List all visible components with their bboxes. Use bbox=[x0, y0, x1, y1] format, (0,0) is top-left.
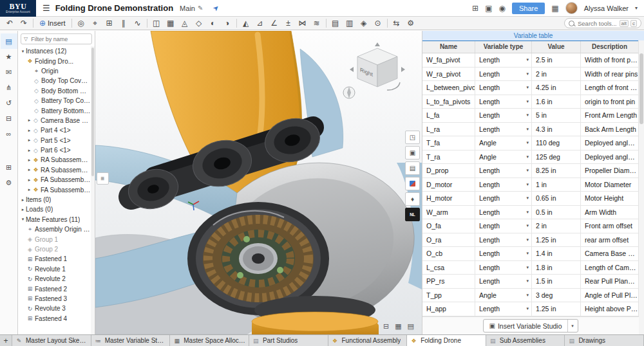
apps-grid-icon[interactable]: ▦ bbox=[551, 4, 558, 13]
chevron-icon[interactable]: ▸ bbox=[26, 128, 32, 133]
appearance-icon[interactable]: ◭ bbox=[239, 17, 253, 30]
variable-name-cell[interactable]: L_fa bbox=[422, 109, 475, 122]
tree-item[interactable]: ▾ Mate Features (11) bbox=[18, 215, 95, 224]
variable-value-cell[interactable]: 1.25 in bbox=[532, 302, 581, 316]
chevron-icon[interactable]: ▸ bbox=[20, 207, 26, 212]
insert-button[interactable]: ⊕ Insert bbox=[35, 18, 70, 29]
tree-item[interactable]: ▸ ❖ FA Subassembly <1> bbox=[18, 175, 95, 185]
variable-type-select[interactable]: Length ▾ bbox=[475, 261, 532, 275]
tab-folding-drone[interactable]: ❖ Folding Drone bbox=[407, 335, 486, 346]
variable-type-select[interactable]: Angle ▾ bbox=[475, 136, 532, 150]
display-states-icon[interactable]: ◑ bbox=[220, 17, 234, 30]
variable-desc-cell[interactable]: Deployed angle back bbox=[581, 150, 639, 164]
joint-icon[interactable]: ⊙ bbox=[371, 17, 385, 30]
tree-item[interactable]: ◇ Body Top Cover <1> bbox=[18, 76, 95, 86]
drawing-icon[interactable]: ▥ bbox=[343, 17, 357, 30]
simulation-icon[interactable]: ≋ bbox=[310, 17, 324, 30]
variable-desc-cell[interactable]: Motor Height bbox=[581, 192, 639, 205]
chevron-icon[interactable]: ▸ bbox=[26, 187, 32, 192]
sheet-icon[interactable]: ▤ bbox=[405, 161, 420, 175]
variable-type-select[interactable]: Length ▾ bbox=[475, 302, 532, 316]
add-tab-button[interactable]: + bbox=[0, 335, 12, 346]
variable-value-cell[interactable]: 125 deg bbox=[532, 150, 581, 164]
compare-icon[interactable]: ⊞ bbox=[472, 4, 478, 13]
tree-item[interactable]: ⌖ Assembly Origin M... bbox=[18, 224, 95, 234]
variable-name-cell[interactable]: H_motor bbox=[422, 192, 475, 205]
chevron-icon[interactable]: ▸ bbox=[26, 167, 32, 172]
tree-item[interactable]: ▸ ❖ RA Subassembly <1> bbox=[18, 155, 95, 165]
variable-name-cell[interactable]: H_app bbox=[422, 302, 475, 316]
chevron-down-icon[interactable]: ▾ bbox=[567, 320, 578, 332]
filter-input[interactable] bbox=[30, 35, 89, 43]
tree-item[interactable]: ↻ Revolute 2 bbox=[18, 274, 95, 284]
appearance-swatch-icon[interactable] bbox=[405, 177, 420, 190]
variable-type-select[interactable]: Angle ▾ bbox=[475, 289, 532, 302]
variable-desc-cell[interactable]: Camera Base offset bbox=[581, 247, 639, 260]
tab-part-studios[interactable]: ▤ Part Studios bbox=[249, 335, 328, 346]
chevron-icon[interactable]: ▸ bbox=[26, 178, 32, 183]
tangent-relation-icon[interactable]: ∿ bbox=[131, 17, 145, 30]
document-panel-icon[interactable]: ▤ bbox=[1, 33, 17, 49]
variable-type-select[interactable]: Length ▾ bbox=[475, 247, 532, 260]
tree-item[interactable]: ⊞ Fastened 2 bbox=[18, 284, 95, 293]
variable-type-select[interactable]: Angle ▾ bbox=[475, 150, 532, 164]
tab-drawings[interactable]: ▤ Drawings bbox=[565, 335, 644, 346]
variable-name-cell[interactable]: T_pp bbox=[422, 289, 475, 302]
variable-value-cell[interactable]: 110 deg bbox=[532, 136, 581, 150]
variable-desc-cell[interactable]: Arm Width bbox=[581, 206, 639, 219]
variable-type-select[interactable]: Length ▾ bbox=[475, 275, 532, 288]
named-views-icon[interactable]: ▣ bbox=[405, 146, 420, 159]
configurations-icon[interactable]: ◈ bbox=[357, 17, 371, 30]
variable-name-cell[interactable]: T_fa bbox=[422, 136, 475, 150]
variable-name-cell[interactable]: L_csa bbox=[422, 261, 475, 275]
chevron-icon[interactable]: ▸ bbox=[26, 138, 32, 143]
nl-badge[interactable]: NL bbox=[405, 208, 420, 221]
variable-name-cell[interactable]: D_motor bbox=[422, 178, 475, 192]
group-icon[interactable]: ⊞ bbox=[102, 17, 117, 30]
undo-icon[interactable]: ↶ bbox=[3, 17, 17, 30]
table-scrollbar[interactable] bbox=[638, 41, 644, 334]
variable-desc-cell[interactable]: Front arm offset bbox=[581, 219, 639, 233]
pattern-icon[interactable]: ◫ bbox=[149, 17, 164, 30]
variable-value-cell[interactable]: 0.5 in bbox=[532, 206, 581, 219]
views-icon[interactable]: ▤ bbox=[408, 322, 414, 331]
variable-value-cell[interactable]: 2 in bbox=[532, 68, 581, 81]
variable-name-cell[interactable]: O_ra bbox=[422, 233, 475, 247]
variable-desc-cell[interactable]: Propeller Diameter bbox=[581, 164, 639, 178]
bom-icon[interactable]: ▤ bbox=[328, 17, 343, 30]
variable-value-cell[interactable]: 2.5 in bbox=[532, 53, 581, 67]
3d-viewport[interactable]: Right ≡ ◳ bbox=[95, 31, 422, 334]
replicate-icon[interactable]: ▦ bbox=[164, 17, 178, 30]
variable-type-select[interactable]: Length ▾ bbox=[475, 233, 532, 247]
gear-icon[interactable]: ⚙ bbox=[1, 175, 17, 190]
variable-value-cell[interactable]: 5 in bbox=[532, 109, 581, 122]
tree-item[interactable]: ◈ Group 2 bbox=[18, 244, 95, 254]
variable-name-cell[interactable]: O_fa bbox=[422, 219, 475, 233]
tab-functional-assembly[interactable]: ❖ Functional Assembly bbox=[328, 335, 408, 346]
variable-type-select[interactable]: Length ▾ bbox=[475, 95, 532, 109]
tree-item[interactable]: ↻ Revolute 1 bbox=[18, 264, 95, 274]
tab-master-variable-studio[interactable]: ≔ Master Variable Studio bbox=[91, 335, 171, 346]
tree-item[interactable]: ▸ ◇ Camera Base <1> bbox=[18, 116, 95, 125]
app-store-icon[interactable]: ▣ bbox=[485, 4, 492, 13]
measure-icon[interactable]: ∠ bbox=[267, 17, 281, 30]
variable-type-select[interactable]: Length ▾ bbox=[475, 68, 532, 81]
variable-type-select[interactable]: Length ▾ bbox=[475, 219, 532, 233]
variable-name-cell[interactable]: T_ra bbox=[422, 150, 475, 164]
chevron-icon[interactable]: ▸ bbox=[26, 148, 32, 153]
versions-icon[interactable]: ⋔ bbox=[1, 80, 17, 95]
print-icon[interactable]: ⊞ bbox=[1, 159, 17, 175]
filter-box[interactable]: ▽ bbox=[21, 33, 92, 44]
variable-type-select[interactable]: Length ▾ bbox=[475, 206, 532, 219]
variable-value-cell[interactable]: 4.25 in bbox=[532, 81, 581, 95]
tree-item[interactable]: ▸ ❖ RA Subassembly <2> bbox=[18, 165, 95, 175]
variable-type-select[interactable]: Length ▾ bbox=[475, 81, 532, 95]
chevron-icon[interactable]: ▸ bbox=[26, 118, 32, 123]
search-tools-box[interactable]: alt c bbox=[564, 18, 641, 28]
variable-type-select[interactable]: Length ▾ bbox=[475, 178, 532, 192]
mass-properties-icon[interactable]: ± bbox=[281, 17, 296, 30]
tree-item[interactable]: ⌖ Origin bbox=[18, 66, 95, 76]
variable-value-cell[interactable]: 4.3 in bbox=[532, 123, 581, 136]
chevron-down-icon[interactable]: ▾ bbox=[635, 5, 638, 11]
variable-name-cell[interactable]: W_arm bbox=[422, 206, 475, 219]
